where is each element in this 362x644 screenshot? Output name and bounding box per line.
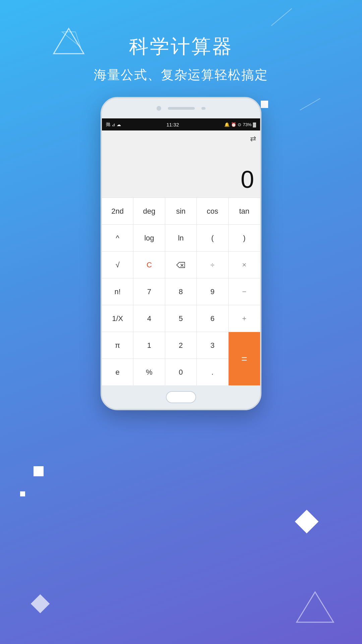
keypad: 2nd deg sin cos tan ^ log ln ( ) √ C ÷ × [102, 198, 260, 385]
key-ln[interactable]: ln [165, 224, 197, 251]
phone-body: 抛 ⊿ ☁ 11:32 🔔 ⏰ ⊙ 73% ▓ ⇄ 0 2nd deg sin [101, 97, 261, 410]
key-6[interactable]: 6 [197, 305, 228, 332]
key-7[interactable]: 7 [133, 278, 165, 305]
key-multiply[interactable]: × [229, 251, 260, 278]
key-sin[interactable]: sin [165, 198, 197, 224]
key-tan[interactable]: tan [229, 198, 260, 224]
key-5[interactable]: 5 [165, 305, 197, 332]
status-bar: 抛 ⊿ ☁ 11:32 🔔 ⏰ ⊙ 73% ▓ [102, 118, 260, 130]
key-1[interactable]: 1 [133, 332, 165, 359]
phone-sensor [201, 107, 205, 110]
status-battery: 🔔 ⏰ ⊙ 73% ▓ [224, 122, 256, 127]
svg-marker-2 [297, 592, 334, 622]
home-button[interactable] [166, 391, 196, 403]
key-2[interactable]: 2 [165, 332, 197, 359]
calculator-display: ⇄ 0 [102, 130, 260, 198]
phone-top-bar [102, 98, 260, 118]
key-backspace[interactable] [165, 251, 197, 278]
rotate-button[interactable]: ⇄ [250, 135, 256, 143]
phone-bottom-bar [102, 385, 260, 409]
key-log[interactable]: log [133, 224, 165, 251]
key-percent[interactable]: % [133, 359, 165, 385]
phone-camera [157, 106, 161, 111]
key-8[interactable]: 8 [165, 278, 197, 305]
key-4[interactable]: 4 [133, 305, 165, 332]
key-power[interactable]: ^ [102, 224, 133, 251]
phone-speaker [168, 107, 195, 110]
key-3[interactable]: 3 [197, 332, 228, 359]
key-divide[interactable]: ÷ [197, 251, 228, 278]
key-9[interactable]: 9 [197, 278, 228, 305]
key-decimal[interactable]: . [197, 359, 228, 385]
key-plus[interactable]: + [229, 305, 260, 332]
key-close-paren[interactable]: ) [229, 224, 260, 251]
app-subtitle: 海量公式、复杂运算轻松搞定 [0, 66, 362, 84]
key-factorial[interactable]: n! [102, 278, 133, 305]
status-signal: 抛 ⊿ ☁ [106, 121, 121, 127]
key-deg[interactable]: deg [133, 198, 165, 224]
key-e[interactable]: e [102, 359, 133, 385]
status-time: 11:32 [166, 122, 179, 127]
key-clear[interactable]: C [133, 251, 165, 278]
key-2nd[interactable]: 2nd [102, 198, 133, 224]
key-open-paren[interactable]: ( [197, 224, 228, 251]
app-title: 科学计算器 [0, 34, 362, 60]
key-equals[interactable]: = [229, 332, 260, 385]
display-value: 0 [241, 167, 254, 192]
key-sqrt[interactable]: √ [102, 251, 133, 278]
header-section: 科学计算器 海量公式、复杂运算轻松搞定 [0, 0, 362, 97]
key-pi[interactable]: π [102, 332, 133, 359]
key-0[interactable]: 0 [165, 359, 197, 385]
key-reciprocal[interactable]: 1/X [102, 305, 133, 332]
key-cos[interactable]: cos [197, 198, 228, 224]
key-minus[interactable]: − [229, 278, 260, 305]
phone-mockup: 抛 ⊿ ☁ 11:32 🔔 ⏰ ⊙ 73% ▓ ⇄ 0 2nd deg sin [0, 97, 362, 410]
